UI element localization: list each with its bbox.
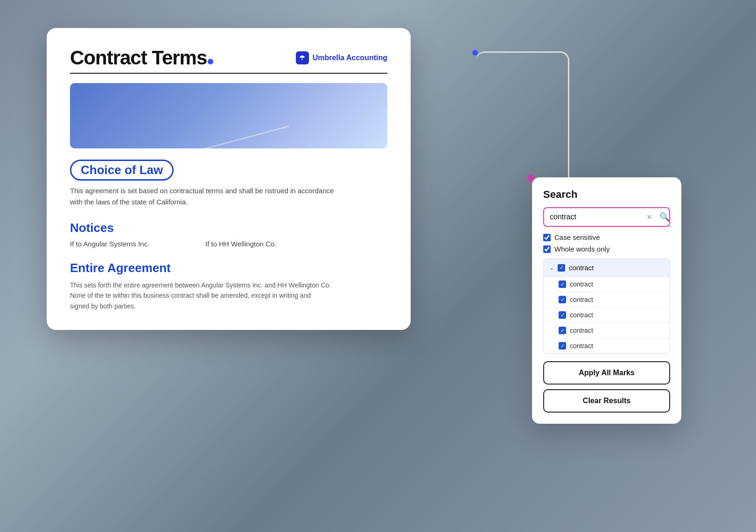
search-input[interactable] xyxy=(550,213,643,221)
contract-card: Contract Terms ☂ Umbrella Accounting Cho… xyxy=(47,28,411,330)
result-child-item[interactable]: ✓ contract xyxy=(544,277,670,292)
search-submit-button[interactable]: 🔍 xyxy=(659,212,670,222)
entire-agreement-section: Entire Agreement This sets forth the ent… xyxy=(70,261,387,311)
connector-dot-top xyxy=(472,50,478,56)
logo-text: Umbrella Accounting xyxy=(313,54,387,62)
contract-title: Contract Terms xyxy=(70,47,213,69)
whole-words-label[interactable]: Whole words only xyxy=(554,245,609,253)
child-checkbox-icon-3[interactable]: ✓ xyxy=(559,311,566,319)
result-parent-item[interactable]: ⌄ ✓ contract xyxy=(544,259,670,277)
case-sensitive-label[interactable]: Case sensitive xyxy=(554,233,600,241)
child-result-label-2: contract xyxy=(570,296,593,303)
result-child-item[interactable]: ✓ contract xyxy=(544,308,670,323)
search-panel-title: Search xyxy=(543,189,670,201)
choice-of-law-body: This agreement is set based on contractu… xyxy=(70,185,341,208)
notices-columns: If to Angular Systems Inc. If to HH Well… xyxy=(70,240,387,248)
apply-all-marks-button[interactable]: Apply All Marks xyxy=(543,361,670,385)
logo-icon: ☂ xyxy=(296,51,309,64)
contract-banner-image xyxy=(70,83,387,148)
child-result-label-4: contract xyxy=(570,327,593,334)
child-checkbox-icon-1[interactable]: ✓ xyxy=(559,280,566,288)
notices-section: Notices If to Angular Systems Inc. If to… xyxy=(70,221,387,248)
case-sensitive-checkbox[interactable] xyxy=(543,234,551,241)
notices-col1: If to Angular Systems Inc. xyxy=(70,240,149,248)
contract-divider xyxy=(70,73,387,74)
result-child-item[interactable]: ✓ contract xyxy=(544,338,670,353)
search-results-list: ⌄ ✓ contract ✓ contract ✓ contract ✓ con… xyxy=(543,259,670,354)
logo-area: ☂ Umbrella Accounting xyxy=(296,51,387,64)
child-checkbox-icon-2[interactable]: ✓ xyxy=(559,296,566,303)
title-dot xyxy=(208,59,213,64)
child-result-label-5: contract xyxy=(570,342,593,350)
entire-agreement-body: This sets forth the entire agreement bet… xyxy=(70,280,331,311)
parent-result-label: contract xyxy=(569,264,594,272)
contract-header: Contract Terms ☂ Umbrella Accounting xyxy=(70,47,387,69)
chevron-down-icon: ⌄ xyxy=(549,265,554,271)
choice-of-law-section: Choice of Law This agreement is set base… xyxy=(70,160,387,208)
notices-heading: Notices xyxy=(70,221,387,235)
clear-results-button[interactable]: Clear Results xyxy=(543,389,670,413)
child-result-label-3: contract xyxy=(570,311,593,319)
search-input-row[interactable]: × 🔍 xyxy=(543,207,670,227)
search-panel: Search × 🔍 Case sensitive Whole words on… xyxy=(532,177,681,424)
entire-agreement-heading: Entire Agreement xyxy=(70,261,387,275)
result-child-item[interactable]: ✓ contract xyxy=(544,292,670,308)
child-checkbox-icon-4[interactable]: ✓ xyxy=(559,327,566,334)
notices-col2: If to HH Wellington Co. xyxy=(205,240,276,248)
choice-of-law-heading: Choice of Law xyxy=(70,160,174,181)
search-clear-button[interactable]: × xyxy=(647,213,652,221)
result-child-item[interactable]: ✓ contract xyxy=(544,323,670,338)
whole-words-checkbox[interactable] xyxy=(543,245,551,253)
child-checkbox-icon-5[interactable]: ✓ xyxy=(559,342,566,350)
parent-checkbox-icon[interactable]: ✓ xyxy=(558,264,565,272)
whole-words-row: Whole words only xyxy=(543,245,670,253)
child-result-label-1: contract xyxy=(570,280,593,288)
case-sensitive-row: Case sensitive xyxy=(543,233,670,241)
